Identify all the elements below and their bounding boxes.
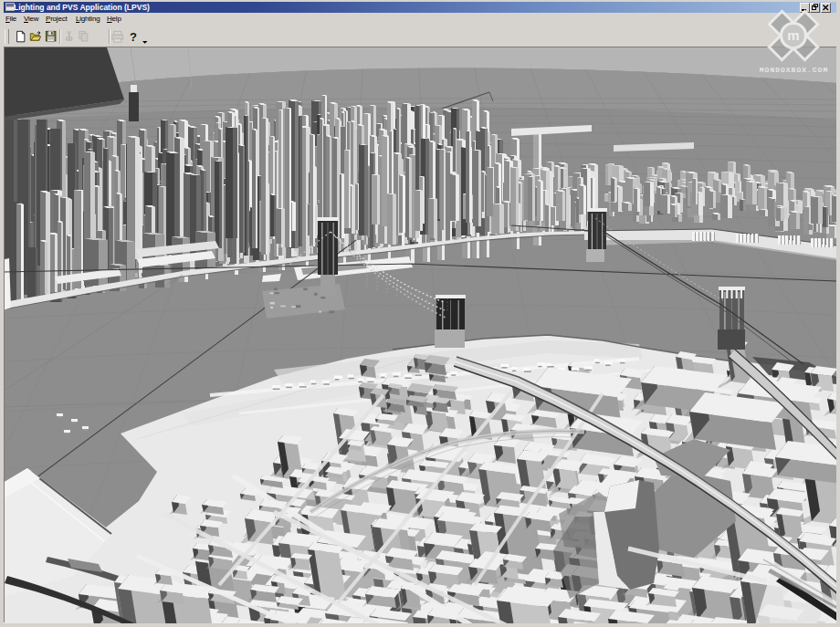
svg-text:?: ?	[130, 30, 137, 44]
